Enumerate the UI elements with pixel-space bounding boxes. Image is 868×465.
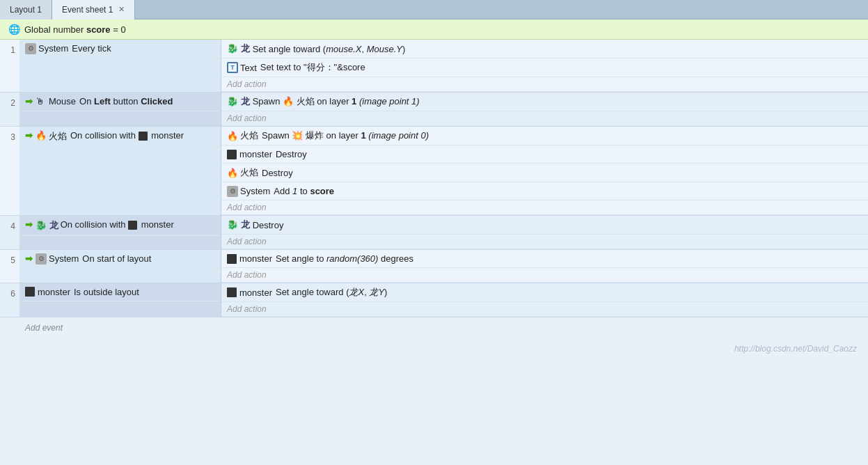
condition-cell-6: monster Is outside layout (19, 283, 221, 317)
action-cell-2: 🐉 龙 Spawn 🔥 火焰 on layer 1 (image point 1… (221, 93, 868, 126)
condition-cell-4: ➡ 🐉 龙 On collision with monster (19, 216, 221, 249)
action-text-2-1: Spawn 🔥 火焰 on layer 1 (image point 1) (253, 95, 420, 108)
tabs-bar: Layout 1 Event sheet 1 ✕ (0, 0, 868, 19)
cond-obj-2-1: Mouse (49, 96, 76, 107)
tab-eventsheet1[interactable]: Event sheet 1 ✕ (52, 0, 135, 19)
tab-close-icon[interactable]: ✕ (118, 5, 125, 14)
event-num-1: 1 (0, 40, 19, 92)
monster-icon-6-a (227, 287, 237, 297)
action-cell-3: 🔥 火焰 Spawn 💥 爆炸 on layer 1 (image point … (221, 127, 868, 215)
system-icon: ⚙ (25, 43, 36, 54)
dragon-icon-1-1: 🐉 龙 (227, 42, 250, 55)
monster-icon-6-1 (25, 287, 35, 297)
add-action-4[interactable]: Add action (221, 235, 868, 249)
fire-icon-3: 🔥 (35, 130, 47, 141)
action-text-3-2: Destroy (276, 149, 307, 159)
event-num-2: 2 (0, 93, 19, 126)
condition-cell-5: ➡ ⚙ System On start of layout (19, 250, 221, 283)
fire-icon-3-1: 🔥 (227, 131, 238, 141)
event-row-6: 6 monster Is outside layout monster Set … (0, 283, 868, 317)
arrow-icon-5: ➡ (25, 253, 33, 264)
action-cell-6: monster Set angle toward (龙X, 龙Y) Add ac… (221, 283, 868, 317)
cond-obj-6-1: monster (38, 287, 70, 297)
action-2-1[interactable]: 🐉 龙 Spawn 🔥 火焰 on layer 1 (image point 1… (221, 93, 868, 111)
dragon-icon-2-1: 🐉 龙 (227, 95, 250, 108)
cond-text-5-1: On start of layout (82, 253, 151, 264)
action-3-1[interactable]: 🔥 火焰 Spawn 💥 爆炸 on layer 1 (image point … (221, 127, 868, 145)
add-event-row[interactable]: Add event (0, 317, 868, 338)
action-text-4-1: Destroy (253, 220, 284, 230)
system-icon-5: ⚙ (35, 253, 47, 265)
add-action-3[interactable]: Add action (221, 200, 868, 215)
condition-6-1[interactable]: monster Is outside layout (19, 283, 221, 301)
add-action-2[interactable]: Add action (221, 111, 868, 126)
text-icon-1-2: T (227, 62, 238, 73)
condition-cell-2: ➡ 🖱 Mouse On Left button Clicked (19, 93, 221, 126)
global-bar: 🌐 Global number score = 0 (0, 19, 868, 40)
cond-obj-5-1: System (49, 253, 79, 264)
cond-text-6-1: Is outside layout (74, 287, 139, 297)
monster-icon-5-1 (227, 254, 237, 264)
condition-5-1[interactable]: ➡ ⚙ System On start of layout (19, 250, 221, 269)
action-cell-5: monster Set angle to random(360) degrees… (221, 250, 868, 283)
dragon-icon-4: 🐉 龙 (35, 219, 58, 232)
action-4-1[interactable]: 🐉 龙 Destroy (221, 216, 868, 235)
arrow-icon-2: ➡ (25, 96, 33, 107)
action-obj-3-2: monster (239, 149, 272, 159)
tab-layout1-label: Layout 1 (10, 5, 42, 15)
action-cell-1: 🐉 龙 Set angle toward (mouse.X, Mouse.Y) … (221, 40, 868, 92)
tab-eventsheet1-label: Event sheet 1 (62, 5, 113, 15)
global-value: 0 (120, 24, 125, 35)
event-num-3: 3 (0, 127, 19, 215)
condition-2-1[interactable]: ➡ 🖱 Mouse On Left button Clicked (19, 93, 221, 111)
action-text-5-1: Set angle to random(360) degrees (276, 253, 413, 264)
add-action-1[interactable]: Add action (221, 77, 868, 92)
system-icon-3-4: ⚙ (227, 186, 238, 197)
action-text-3-1: Spawn 💥 爆炸 on layer 1 (image point 0) (262, 129, 429, 142)
action-obj-5-1: monster (239, 253, 272, 264)
condition-1-1[interactable]: ⚙ System Every tick (19, 40, 221, 58)
cond-text-4-1: On collision with monster (61, 219, 174, 230)
action-obj-3-1: 火焰 (240, 129, 258, 142)
global-var-name: score (86, 24, 111, 35)
condition-4-1[interactable]: ➡ 🐉 龙 On collision with monster (19, 216, 221, 236)
action-3-3[interactable]: 🔥 火焰 Destroy (221, 164, 868, 182)
global-operator: = (113, 24, 118, 35)
action-1-2[interactable]: T Text Set text to "得分："&score (221, 58, 868, 77)
condition-cell-3: ➡ 🔥 火焰 On collision with monster (19, 127, 221, 215)
action-text-6-1: Set angle toward (龙X, 龙Y) (276, 286, 387, 299)
action-text-1-2: Set text to "得分："&score (260, 61, 365, 74)
condition-cell-1: ⚙ System Every tick (19, 40, 221, 92)
mouse-icon-2: 🖱 (35, 96, 47, 107)
action-1-1[interactable]: 🐉 龙 Set angle toward (mouse.X, Mouse.Y) (221, 40, 868, 58)
add-action-6[interactable]: Add action (221, 302, 868, 317)
action-cell-4: 🐉 龙 Destroy Add action (221, 216, 868, 249)
tab-layout1[interactable]: Layout 1 (0, 0, 52, 19)
event-num-5: 5 (0, 250, 19, 283)
watermark: http://blog.csdn.net/David_Caozz (0, 338, 868, 359)
global-icon: 🌐 (8, 24, 20, 35)
action-5-1[interactable]: monster Set angle to random(360) degrees (221, 250, 868, 268)
action-obj-1-2: Text (240, 63, 257, 73)
condition-3-1[interactable]: ➡ 🔥 火焰 On collision with monster (19, 127, 221, 147)
event-num-6: 6 (0, 283, 19, 317)
action-text-3-4: Add 1 to score (274, 186, 334, 196)
event-num-4: 4 (0, 216, 19, 249)
action-obj-3-3: 火焰 (240, 166, 258, 179)
fire-icon-3-3: 🔥 (227, 168, 238, 178)
cond-text-1-1: Every tick (72, 43, 111, 54)
action-3-4[interactable]: ⚙ System Add 1 to score (221, 182, 868, 200)
add-action-5[interactable]: Add action (221, 268, 868, 283)
action-text-1-1: Set angle toward (mouse.X, Mouse.Y) (253, 44, 406, 54)
arrow-icon-3: ➡ (25, 130, 33, 141)
global-type-label: Global number (24, 24, 84, 35)
event-row-2: 2 ➡ 🖱 Mouse On Left button Clicked 🐉 龙 S… (0, 93, 868, 127)
action-text-3-3: Destroy (262, 168, 293, 178)
main-area: 🌐 Global number score = 0 1 ⚙ System Eve… (0, 19, 868, 465)
event-row-3: 3 ➡ 🔥 火焰 On collision with monster 🔥 火焰 … (0, 127, 868, 216)
action-3-2[interactable]: monster Destroy (221, 145, 868, 164)
event-row-4: 4 ➡ 🐉 龙 On collision with monster 🐉 龙 De… (0, 216, 868, 250)
action-6-1[interactable]: monster Set angle toward (龙X, 龙Y) (221, 283, 868, 302)
monster-icon-3-2 (227, 150, 237, 159)
dragon-icon-4-1: 🐉 龙 (227, 219, 250, 231)
